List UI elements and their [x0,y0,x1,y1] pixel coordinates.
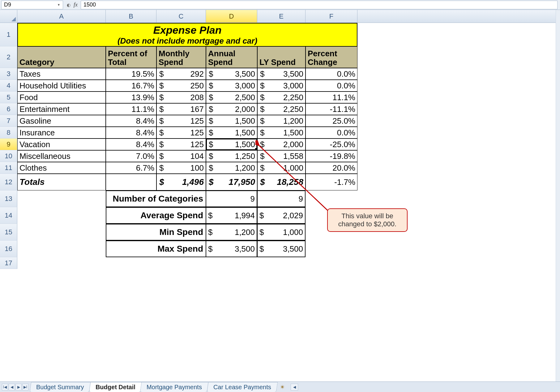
cell-annual[interactable]: $1,500 [206,127,257,138]
row-header-9[interactable]: 9 [0,138,17,150]
col-header-D[interactable]: D [206,10,257,23]
col-header-A[interactable]: A [17,10,106,23]
cell-ly[interactable]: $3,500 [257,68,306,80]
cell-annual[interactable]: $1,200 [206,162,257,174]
sheet-nav-prev-icon[interactable]: ◀ [9,384,15,390]
cell-monthly[interactable]: $167 [156,103,206,115]
sheet-tab[interactable]: Budget Summary [30,382,91,392]
cell-change[interactable]: 0.0% [306,68,357,80]
row-header-6[interactable]: 6 [0,103,17,115]
fx-icon[interactable]: fx [74,2,78,8]
cell-category[interactable]: Entertainment [17,103,106,115]
cell-change[interactable]: -25.0% [306,138,357,150]
cancel-formula-icon[interactable]: ◐ [67,2,71,7]
row-header-3[interactable]: 3 [0,68,17,80]
row-header-1[interactable]: 1 [0,23,17,46]
cell-annual[interactable]: $2,500 [206,92,257,103]
cell-monthly[interactable]: $104 [156,150,206,162]
row-header-15[interactable]: 15 [0,224,17,241]
cell-ly[interactable]: $1,558 [257,150,306,162]
cell-annual[interactable]: $3,000 [206,80,257,92]
cell-annual[interactable]: $3,500 [206,68,257,80]
cell-change[interactable]: 25.0% [306,115,357,127]
cell-pct[interactable]: 8.4% [106,127,156,138]
row-header-2[interactable]: 2 [0,46,17,68]
row-header-12[interactable]: 12 [0,174,17,190]
col-header-E[interactable]: E [257,10,306,23]
row-header-16[interactable]: 16 [0,241,17,257]
cell-change[interactable]: 0.0% [306,127,357,138]
totals-pct-blank[interactable] [106,174,156,190]
summary-label[interactable]: Average Spend [106,207,206,224]
cell-category[interactable]: Clothes [17,162,106,174]
cell-pct[interactable]: 7.0% [106,150,156,162]
cell-monthly[interactable]: $292 [156,68,206,80]
cell-pct[interactable]: 11.1% [106,103,156,115]
cell-monthly[interactable]: $125 [156,115,206,127]
summary-value-e[interactable]: $2,029 [257,207,306,224]
cell-pct[interactable]: 19.5% [106,68,156,80]
hdr-ly-spend[interactable]: LY Spend [257,46,306,68]
hdr-category[interactable]: Category [17,46,106,68]
dropdown-arrow-icon[interactable]: ▼ [57,3,60,6]
cell-ly[interactable]: $2,250 [257,103,306,115]
cell-category[interactable]: Food [17,92,106,103]
summary-value-d[interactable]: $3,500 [206,241,257,257]
hdr-monthly-spend[interactable]: Monthly Spend [156,46,206,68]
cell-pct[interactable]: 8.4% [106,115,156,127]
col-header-B[interactable]: B [106,10,156,23]
cell-annual[interactable]: $1,250 [206,150,257,162]
cell-monthly[interactable]: $125 [156,138,206,150]
cell-category[interactable]: Vacation [17,138,106,150]
hdr-annual-spend[interactable]: Annual Spend [206,46,257,68]
totals-change[interactable]: -1.7% [306,174,357,190]
cell-ly[interactable]: $1,500 [257,127,306,138]
hdr-percent-total[interactable]: Percent of Total [106,46,156,68]
new-sheet-icon[interactable]: ✴ [276,383,289,391]
cell-ly[interactable]: $3,000 [257,80,306,92]
sheet-tab[interactable]: Budget Detail [89,382,142,392]
cell-monthly[interactable]: $125 [156,127,206,138]
cell-monthly[interactable]: $250 [156,80,206,92]
sheet-nav-next-icon[interactable]: ▶ [15,384,22,390]
formula-input[interactable]: 1500 [81,1,558,9]
row-header-14[interactable]: 14 [0,207,17,224]
cell-change[interactable]: 20.0% [306,162,357,174]
row-header-7[interactable]: 7 [0,115,17,127]
hdr-percent-change[interactable]: Percent Change [306,46,357,68]
cell-change[interactable]: -19.8% [306,150,357,162]
summary-value-d[interactable]: $1,994 [206,207,257,224]
cells-area[interactable]: Expense Plan (Does not include mortgage … [17,23,357,269]
cell-change[interactable]: -11.1% [306,103,357,115]
cell-monthly[interactable]: $208 [156,92,206,103]
tab-scroll-left-icon[interactable]: ◀ [291,384,298,390]
select-all-corner[interactable] [0,10,17,23]
cell-category[interactable]: Taxes [17,68,106,80]
cell-category[interactable]: Household Utilities [17,80,106,92]
cell-pct[interactable]: 6.7% [106,162,156,174]
cell-monthly[interactable]: $100 [156,162,206,174]
cell-annual[interactable]: $2,000 [206,103,257,115]
cell-ly[interactable]: $1,000 [257,162,306,174]
col-header-F[interactable]: F [306,10,357,23]
cell-change[interactable]: 11.1% [306,92,357,103]
title-cell[interactable]: Expense Plan (Does not include mortgage … [17,23,357,46]
vertical-scrollbar[interactable] [556,10,560,381]
totals-monthly[interactable]: $1,496 [156,174,206,190]
row-header-8[interactable]: 8 [0,127,17,138]
summary-value-d[interactable]: $1,200 [206,224,257,241]
summary-value-d[interactable]: 9 [206,190,257,207]
row-header-11[interactable]: 11 [0,162,17,174]
totals-annual[interactable]: $17,950 [206,174,257,190]
col-header-C[interactable]: C [156,10,206,23]
row-header-13[interactable]: 13 [0,190,17,207]
sheet-nav-first-icon[interactable]: I◀ [2,384,8,390]
cell-pct[interactable]: 8.4% [106,138,156,150]
cell-ly[interactable]: $2,250 [257,92,306,103]
sheet-tab[interactable]: Mortgage Payments [140,382,208,392]
cell-change[interactable]: 0.0% [306,80,357,92]
summary-value-e[interactable]: $3,500 [257,241,306,257]
cell-annual[interactable]: $1,500 [206,138,257,150]
sheet-tab[interactable]: Car Lease Payments [207,382,278,392]
row-header-17[interactable]: 17 [0,257,17,269]
